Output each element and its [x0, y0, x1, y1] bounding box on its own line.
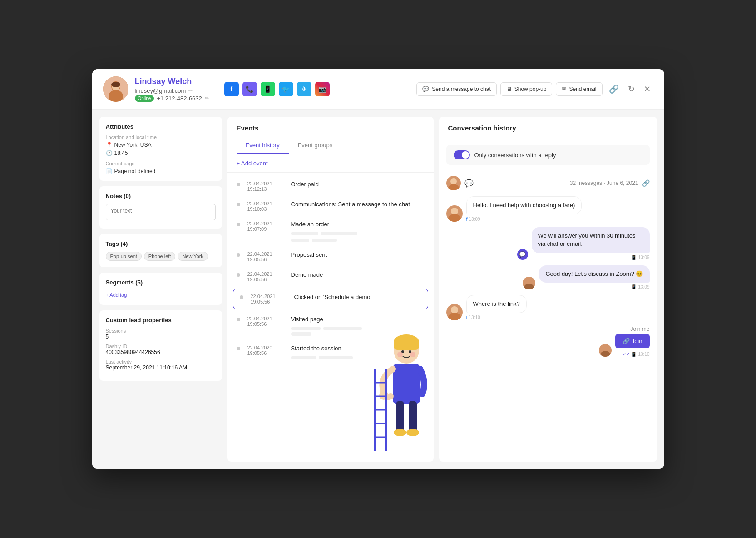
event-dot: [237, 183, 240, 186]
event-row: 22.04.202119:10:03 Communications: Sent …: [227, 196, 434, 216]
event-row: 22.04.202119:05:56 Proposal sent: [227, 247, 434, 267]
user-info: Lindsay Welch lindsey@gmail.com ✏ Online…: [135, 77, 209, 102]
main-content: Attributes Location and local time 📍 New…: [92, 110, 664, 469]
skeleton: [321, 232, 357, 235]
prop-dashly-id: Dashly ID 400335980944426556: [106, 344, 216, 355]
event-name: Clicked on 'Schedule a demo': [294, 294, 371, 300]
tags-container: Pop-up sent Phone left New York: [106, 252, 216, 261]
events-panel: Events Event history Event groups + Add …: [227, 117, 434, 462]
msg-row-sent-2: Good day! Let's discuss in Zoom? 😊 📱 13:…: [446, 265, 650, 289]
send-email-button[interactable]: ✉ Send email: [556, 82, 602, 96]
edit-email-icon[interactable]: ✏: [188, 88, 193, 94]
join-container: Join me 🔗 Join ✓✓ 📱 13:10: [615, 326, 650, 357]
external-link-icon: 🔗: [623, 338, 630, 344]
event-dot: [237, 223, 240, 226]
show-popup-label: Show pop-up: [514, 86, 547, 92]
location-label: Location and local time: [106, 134, 216, 140]
msg-time: f 13:09: [466, 216, 582, 222]
event-name: Visited page: [291, 316, 425, 323]
add-event-button[interactable]: + Add event: [237, 160, 268, 167]
tags-section: Tags (4) Pop-up sent Phone left New York: [99, 234, 222, 267]
conv-messages: Hello. I need help with choosing a fare)…: [439, 196, 657, 462]
notes-section: Notes (0): [99, 186, 222, 229]
prop-sessions: Sessions 5: [106, 328, 216, 340]
skeleton: [319, 356, 353, 359]
popup-icon: 🖥: [506, 86, 512, 92]
segments-title: Segments (5): [106, 279, 216, 286]
telegram-icon[interactable]: ✈: [297, 82, 311, 96]
channel-indicator: f: [466, 216, 468, 222]
svg-point-26: [448, 184, 459, 190]
status-row: Online +1 212-482-6632 ✏: [135, 95, 209, 102]
conv-link-icon[interactable]: 🔗: [642, 179, 650, 187]
send-email-label: Send email: [569, 86, 596, 92]
conv-panel: Conversation history Only conversations …: [439, 117, 657, 462]
msg-row-sent: We will answer you within 30 minutes via…: [446, 227, 650, 259]
tab-event-history[interactable]: Event history: [237, 137, 289, 154]
phone-icon: 📱: [631, 284, 637, 289]
event-dot: [240, 295, 243, 299]
event-row: 22.04.202019:05:56 Started the session: [227, 340, 434, 364]
event-time: 22.04.202119:10:03: [247, 201, 284, 212]
send-message-button[interactable]: 💬 Send a message to chat: [416, 82, 496, 96]
twitter-icon[interactable]: 🐦: [279, 82, 293, 96]
phone-text: +1 212-482-6632: [157, 95, 202, 102]
link-icon-button[interactable]: 🔗: [606, 81, 622, 97]
refresh-icon-button[interactable]: ↻: [625, 81, 637, 97]
filter-toggle[interactable]: [454, 150, 470, 159]
phone-icon: 📱: [631, 255, 637, 260]
msg-time: ✓✓ 📱 13:10: [623, 352, 649, 357]
instagram-icon[interactable]: 📷: [315, 82, 330, 96]
edit-phone-icon[interactable]: ✏: [205, 95, 209, 101]
notes-input[interactable]: [106, 204, 216, 220]
event-time: 22.04.202119:12:13: [247, 181, 284, 192]
conv-title: Conversation history: [448, 124, 648, 132]
msg-row-received-2: Where is the link? f 13:10: [446, 295, 650, 320]
svg-point-33: [603, 346, 608, 351]
skeleton: [291, 239, 309, 242]
viber-icon[interactable]: 📞: [242, 82, 257, 96]
email-text: lindsey@gmail.com: [135, 87, 186, 94]
msg-time: 📱 13:09: [539, 284, 649, 289]
svg-point-31: [451, 306, 458, 314]
tag-popup-sent[interactable]: Pop-up sent: [106, 252, 142, 261]
close-icon-button[interactable]: ✕: [641, 81, 653, 97]
event-time: 22.04.202119:07:09: [247, 221, 284, 232]
show-popup-button[interactable]: 🖥 Show pop-up: [500, 82, 553, 96]
join-button[interactable]: 🔗 Join: [615, 334, 650, 348]
app-window: Lindsay Welch lindsey@gmail.com ✏ Online…: [92, 69, 664, 469]
svg-point-4: [111, 82, 120, 87]
conv-header: Conversation history: [439, 117, 657, 139]
tag-new-york[interactable]: New York: [178, 252, 208, 261]
svg-point-28: [448, 214, 461, 222]
msg-row-join: Join me 🔗 Join ✓✓ 📱 13:10: [446, 326, 650, 357]
header: Lindsay Welch lindsey@gmail.com ✏ Online…: [92, 69, 664, 110]
user-name: Lindsay Welch: [135, 77, 209, 86]
skeleton: [291, 332, 311, 336]
email-icon: ✉: [562, 86, 566, 92]
online-badge: Online: [135, 95, 154, 102]
tag-phone-left[interactable]: Phone left: [144, 252, 176, 261]
event-time: 22.04.202119:05:56: [247, 271, 284, 282]
sender-avatar-3: [446, 304, 463, 320]
add-tag-button[interactable]: + Add tag: [106, 292, 127, 298]
filter-label: Only conversations with a reply: [474, 152, 556, 159]
event-row-highlighted[interactable]: 22.04.202119:05:56 Clicked on 'Schedule …: [233, 289, 428, 309]
facebook-icon[interactable]: f: [224, 82, 239, 96]
chat-icon: 💬: [464, 179, 474, 188]
custom-props-section: Custom lead properties Sessions 5 Dashly…: [99, 310, 222, 381]
location-text: New York, USA: [114, 142, 152, 148]
event-name: Communications: Sent a message to the ch…: [291, 201, 410, 208]
conv-avatar: [446, 176, 461, 190]
event-row: 22.04.202119:05:56 Demo made: [227, 267, 434, 287]
events-title: Events: [237, 124, 425, 132]
attributes-title: Attributes: [106, 123, 216, 130]
svg-point-29: [526, 279, 532, 284]
whatsapp-icon[interactable]: 📱: [261, 82, 275, 96]
time-value: 🕐 18:45: [106, 150, 216, 156]
tab-event-groups[interactable]: Event groups: [289, 137, 342, 154]
event-dot: [237, 347, 240, 350]
attributes-section: Attributes Location and local time 📍 New…: [99, 117, 222, 181]
svg-point-27: [451, 208, 458, 215]
page-icon: 📄: [106, 168, 113, 174]
